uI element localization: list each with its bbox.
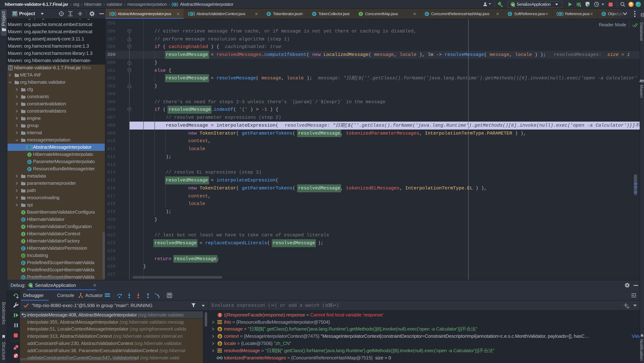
svg-text:p: p	[219, 342, 221, 346]
svg-text:I: I	[23, 239, 24, 243]
svg-text:C: C	[313, 12, 315, 16]
svg-text:p: p	[219, 327, 221, 331]
svg-text:@: @	[22, 254, 25, 257]
svg-text:p: p	[219, 334, 221, 338]
svg-text:I: I	[29, 153, 30, 156]
svg-text:I: I	[23, 210, 24, 214]
svg-text:C: C	[559, 12, 561, 16]
svg-text:C: C	[22, 218, 24, 221]
svg-text:C: C	[268, 12, 270, 16]
svg-text:C: C	[112, 12, 114, 16]
svg-text:I: I	[360, 12, 361, 16]
svg-text:C: C	[22, 261, 24, 265]
svg-text:C: C	[509, 12, 511, 16]
svg-text:C: C	[22, 246, 24, 250]
svg-text:I: I	[23, 225, 24, 228]
svg-text:C: C	[174, 3, 176, 6]
svg-text:C: C	[28, 167, 30, 171]
svg-text:C: C	[190, 12, 192, 16]
svg-text:C: C	[426, 12, 428, 16]
svg-text:I: I	[23, 232, 24, 236]
svg-text:C: C	[28, 145, 30, 149]
svg-text:C: C	[28, 160, 30, 163]
svg-text:C: C	[603, 12, 605, 16]
svg-text:I: I	[23, 268, 24, 272]
